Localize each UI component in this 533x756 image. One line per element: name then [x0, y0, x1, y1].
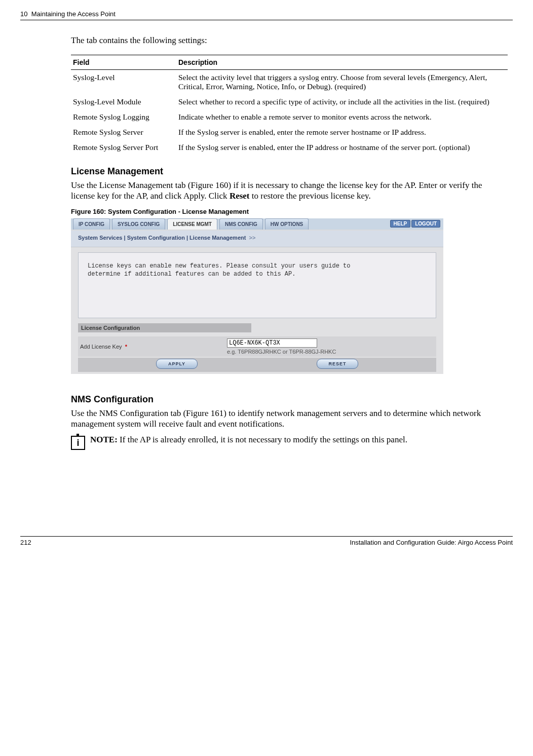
action-bar: APPLY RESET: [78, 358, 436, 372]
license-mgmt-screenshot: IP CONFIG SYSLOG CONFIG LICENSE MGMT NMS…: [71, 218, 443, 374]
table-row: Remote Syslog Server Port If the Syslog …: [71, 140, 508, 155]
page-number: 212: [20, 539, 31, 546]
desc-cell: If the Syslog server is enabled, enter t…: [176, 140, 508, 155]
tab-nms-config[interactable]: NMS CONFIG: [219, 218, 263, 230]
col-header-description: Description: [176, 55, 508, 70]
page-header: 10 Maintaining the Access Point: [20, 10, 513, 20]
desc-cell: Select the activity level that triggers …: [176, 70, 508, 95]
chapter-title: Maintaining the Access Point: [31, 10, 116, 18]
help-button[interactable]: HELP: [390, 220, 411, 228]
nms-heading: NMS Configuration: [71, 394, 508, 405]
table-row: Remote Syslog Server If the Syslog serve…: [71, 125, 508, 140]
page-footer: 212 Installation and Configuration Guide…: [20, 536, 513, 546]
tab-syslog-config[interactable]: SYSLOG CONFIG: [112, 218, 165, 230]
license-heading: License Management: [71, 166, 508, 177]
apply-button[interactable]: APPLY: [156, 359, 198, 369]
license-key-input[interactable]: [227, 338, 317, 348]
nms-paragraph: Use the NMS Configuration tab (Figure 16…: [71, 408, 508, 430]
footer-title: Installation and Configuration Guide: Ai…: [350, 539, 513, 546]
field-cell: Remote Syslog Logging: [71, 109, 176, 125]
logout-button[interactable]: LOGOUT: [411, 220, 440, 228]
col-header-field: Field: [71, 55, 176, 70]
field-cell: Remote Syslog Server Port: [71, 140, 176, 155]
tab-license-mgmt[interactable]: LICENSE MGMT: [167, 218, 217, 230]
figure-caption: Figure 160: System Configuration - Licen…: [71, 208, 508, 215]
reset-button[interactable]: RESET: [317, 359, 358, 369]
add-license-label: Add License Key: [80, 344, 122, 350]
note-block: i NOTE: If the AP is already enrolled, i…: [71, 434, 508, 450]
chapter-number: 10: [20, 10, 27, 18]
breadcrumb-arrows-icon: >>: [249, 235, 256, 241]
license-config-title: License Configuration: [78, 323, 251, 332]
license-key-hint: e.g. T6PR88GJRHKC or T6PR-88GJ-RHKC: [227, 349, 336, 355]
note-text: NOTE: If the AP is already enrolled, it …: [90, 434, 407, 445]
required-mark-icon: *: [125, 344, 127, 350]
license-paragraph: Use the License Management tab (Figure 1…: [71, 180, 508, 202]
field-cell: Remote Syslog Server: [71, 125, 176, 140]
tab-bar: IP CONFIG SYSLOG CONFIG LICENSE MGMT NMS…: [71, 218, 443, 231]
field-cell: Syslog-Level: [71, 70, 176, 95]
tab-hw-options[interactable]: HW OPTIONS: [265, 218, 309, 230]
desc-cell: Select whether to record a specific type…: [176, 94, 508, 109]
intro-text: The tab contains the following settings:: [71, 35, 508, 46]
settings-table: Field Description Syslog-Level Select th…: [71, 55, 508, 155]
table-row: Syslog-Level Module Select whether to re…: [71, 94, 508, 109]
field-cell: Syslog-Level Module: [71, 94, 176, 109]
add-license-row: Add License Key * e.g. T6PR88GJRHKC or T…: [78, 336, 436, 357]
info-box: License keys can enable new features. Pl…: [78, 252, 436, 318]
table-row: Syslog-Level Select the activity level t…: [71, 70, 508, 95]
desc-cell: If the Syslog server is enabled, enter t…: [176, 125, 508, 140]
tab-ip-config[interactable]: IP CONFIG: [73, 218, 110, 230]
info-icon: i: [71, 436, 85, 450]
table-row: Remote Syslog Logging Indicate whether t…: [71, 109, 508, 125]
desc-cell: Indicate whether to enable a remote serv…: [176, 109, 508, 125]
breadcrumb: System Services | System Configuration |…: [71, 231, 443, 247]
